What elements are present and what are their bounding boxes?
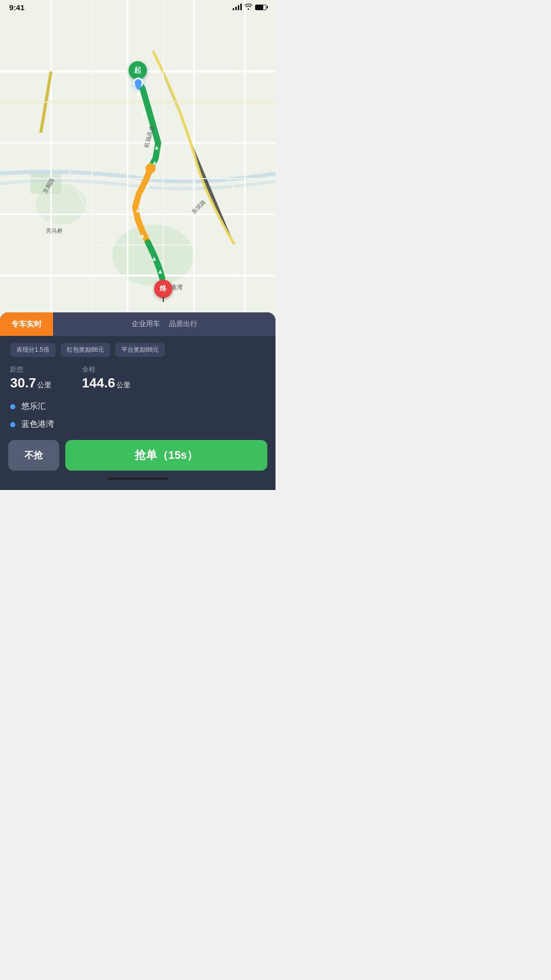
battery-icon xyxy=(255,5,266,10)
badge-performance: 表现分1.5倍 xyxy=(10,343,56,357)
total-value: 144.6公里 xyxy=(82,375,131,391)
status-bar: 9:41 xyxy=(0,0,276,14)
origin-item: 悠乐汇 xyxy=(10,401,265,412)
start-marker: 起 xyxy=(129,61,147,80)
badge-platform: 平台奖励88元 xyxy=(115,343,165,357)
destination-item: 蓝色港湾 xyxy=(10,419,265,430)
total-label: 全程 xyxy=(82,365,131,374)
status-icons xyxy=(233,3,266,11)
current-location-marker xyxy=(133,78,143,88)
map-container: 机场高速 东坝路 京顺路 亮马桥 蓝色港湾 起 终 xyxy=(0,0,276,316)
status-time: 9:41 xyxy=(9,3,24,12)
from-label: 距您 xyxy=(10,365,52,374)
distance-from-you: 距您 30.7公里 xyxy=(10,365,52,391)
origin-dot xyxy=(10,404,15,409)
end-marker: 终 xyxy=(154,280,172,298)
from-unit: 公里 xyxy=(37,381,52,390)
distance-total: 全程 144.6公里 xyxy=(82,365,131,391)
tab-active-zhuanche[interactable]: 专车实时 xyxy=(0,312,53,336)
bottom-buttons: 不抢 抢单（15s） xyxy=(0,440,276,471)
total-unit: 公里 xyxy=(116,381,131,390)
home-indicator xyxy=(107,478,168,480)
location-list: 悠乐汇 蓝色港湾 xyxy=(0,399,276,438)
wifi-icon xyxy=(244,3,253,11)
from-value: 30.7公里 xyxy=(10,375,52,391)
distance-row: 距您 30.7公里 全程 144.6公里 xyxy=(0,361,276,399)
route-panel: 专车实时 企业用车 品质出行 表现分1.5倍 红包奖励88元 平台奖励88元 距… xyxy=(0,312,276,490)
destination-name: 蓝色港湾 xyxy=(21,419,54,430)
map-svg: 机场高速 东坝路 京顺路 xyxy=(0,0,276,316)
signal-icon xyxy=(233,4,242,10)
svg-point-17 xyxy=(145,163,156,174)
accept-button[interactable]: 抢单（15s） xyxy=(65,440,267,471)
destination-dot xyxy=(10,422,15,427)
area-label-liangmaqiao: 亮马桥 xyxy=(46,227,63,235)
origin-name: 悠乐汇 xyxy=(21,401,46,412)
tab-inactive-enterprise[interactable]: 企业用车 品质出行 xyxy=(53,312,276,336)
tab-bar: 专车实时 企业用车 品质出行 xyxy=(0,312,276,336)
reject-button[interactable]: 不抢 xyxy=(8,440,59,471)
badge-redpack: 红包奖励88元 xyxy=(61,343,110,357)
badges-row: 表现分1.5倍 红包奖励88元 平台奖励88元 xyxy=(0,336,276,361)
